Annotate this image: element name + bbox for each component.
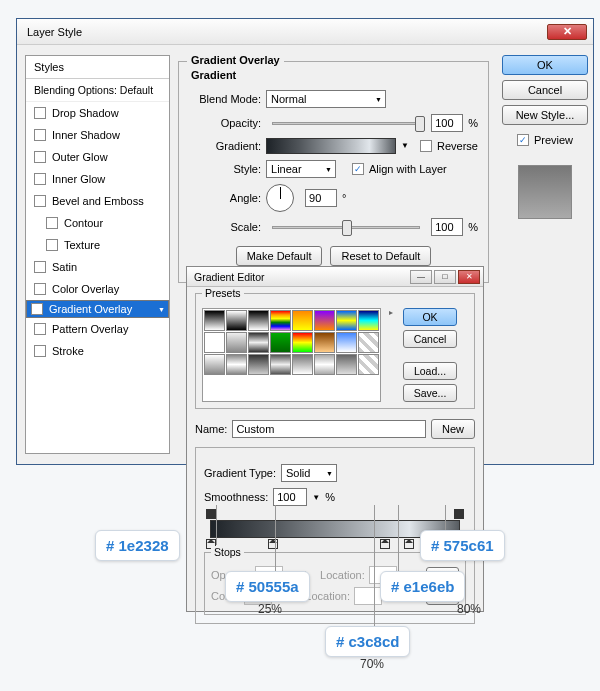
align-checkbox[interactable]: ✓	[352, 163, 364, 175]
new-style-button[interactable]: New Style...	[502, 105, 588, 125]
preset-swatch[interactable]	[248, 310, 269, 331]
angle-dial[interactable]	[266, 184, 294, 212]
checkbox-icon[interactable]: ✓	[31, 303, 43, 315]
preset-swatch[interactable]	[358, 310, 379, 331]
preset-swatch[interactable]	[292, 354, 313, 375]
gradient-preview[interactable]	[266, 138, 396, 154]
callout-color-1: # 1e2328	[95, 530, 180, 561]
callout-color-4: # e1e6eb	[380, 571, 465, 602]
styles-header[interactable]: Styles	[26, 56, 169, 79]
titlebar[interactable]: Gradient Editor — □ ✕	[187, 267, 483, 287]
preset-swatch[interactable]	[270, 332, 291, 353]
preset-swatch[interactable]	[336, 332, 357, 353]
smoothness-input[interactable]: 100	[273, 488, 307, 506]
ge-cancel-button[interactable]: Cancel	[403, 330, 457, 348]
presets-group: Presets ▸ OK Cancel Load... Save...	[195, 293, 475, 409]
preview-checkbox[interactable]: ✓	[517, 134, 529, 146]
preset-swatch[interactable]	[204, 310, 225, 331]
opacity-slider[interactable]	[272, 122, 420, 125]
style-outer-glow[interactable]: Outer Glow	[26, 146, 169, 168]
ok-button[interactable]: OK	[502, 55, 588, 75]
opacity-input[interactable]: 100	[431, 114, 463, 132]
angle-input[interactable]: 90	[305, 189, 337, 207]
preset-swatch[interactable]	[204, 354, 225, 375]
preset-swatch[interactable]	[336, 354, 357, 375]
preset-swatch[interactable]	[248, 354, 269, 375]
ge-ok-button[interactable]: OK	[403, 308, 457, 326]
presets-menu-icon[interactable]: ▸	[389, 308, 395, 402]
checkbox-icon[interactable]	[34, 107, 46, 119]
scale-input[interactable]: 100	[431, 218, 463, 236]
callout-line	[398, 505, 399, 577]
preset-swatch[interactable]	[226, 332, 247, 353]
maximize-icon[interactable]: □	[434, 270, 456, 284]
preset-swatch[interactable]	[314, 310, 335, 331]
checkbox-icon[interactable]	[34, 173, 46, 185]
close-icon[interactable]: ✕	[547, 24, 587, 40]
reverse-checkbox[interactable]	[420, 140, 432, 152]
style-inner-shadow[interactable]: Inner Shadow	[26, 124, 169, 146]
checkbox-icon[interactable]	[34, 261, 46, 273]
chevron-down-icon[interactable]: ▼	[312, 493, 320, 502]
style-stroke[interactable]: Stroke	[26, 340, 169, 362]
gradient-name-input[interactable]: Custom	[232, 420, 426, 438]
checkbox-icon[interactable]	[34, 323, 46, 335]
checkbox-icon[interactable]	[34, 195, 46, 207]
preset-swatch[interactable]	[270, 310, 291, 331]
ge-save-button[interactable]: Save...	[403, 384, 457, 402]
close-icon[interactable]: ✕	[458, 270, 480, 284]
titlebar[interactable]: Layer Style ✕	[17, 19, 593, 45]
preset-swatch[interactable]	[292, 332, 313, 353]
preview-swatch	[518, 165, 572, 219]
panel-title: Gradient Overlay	[187, 54, 284, 66]
make-default-button[interactable]: Make Default	[236, 246, 323, 266]
opacity-stop[interactable]	[454, 509, 464, 519]
callout-color-3: # c3c8cd	[325, 626, 410, 657]
cancel-button[interactable]: Cancel	[502, 80, 588, 100]
style-inner-glow[interactable]: Inner Glow	[26, 168, 169, 190]
preset-swatch[interactable]	[314, 354, 335, 375]
checkbox-icon[interactable]	[34, 283, 46, 295]
style-pattern-overlay[interactable]: Pattern Overlay	[26, 318, 169, 340]
preset-swatch[interactable]	[226, 310, 247, 331]
preset-swatch[interactable]	[204, 332, 225, 353]
panel-subtitle: Gradient	[191, 69, 236, 81]
preset-swatch[interactable]	[314, 332, 335, 353]
dialog-buttons: OK Cancel New Style... ✓Preview	[497, 45, 593, 464]
style-select[interactable]: Linear	[266, 160, 336, 178]
blending-options[interactable]: Blending Options: Default	[26, 79, 169, 102]
checkbox-icon[interactable]	[46, 217, 58, 229]
gradient-type-select[interactable]: Solid	[281, 464, 337, 482]
minimize-icon[interactable]: —	[410, 270, 432, 284]
checkbox-icon[interactable]	[34, 129, 46, 141]
style-satin[interactable]: Satin	[26, 256, 169, 278]
ge-load-button[interactable]: Load...	[403, 362, 457, 380]
callout-color-5: # 575c61	[420, 530, 505, 561]
style-bevel-emboss[interactable]: Bevel and Emboss	[26, 190, 169, 212]
style-contour[interactable]: Contour	[26, 212, 169, 234]
style-texture[interactable]: Texture	[26, 234, 169, 256]
styles-list: Styles Blending Options: Default Drop Sh…	[25, 55, 170, 454]
opacity-stop[interactable]	[206, 509, 216, 519]
style-drop-shadow[interactable]: Drop Shadow	[26, 102, 169, 124]
scale-slider[interactable]	[272, 226, 420, 229]
preset-swatch[interactable]	[358, 332, 379, 353]
reset-default-button[interactable]: Reset to Default	[330, 246, 431, 266]
preset-swatch[interactable]	[336, 310, 357, 331]
new-gradient-button[interactable]: New	[431, 419, 475, 439]
checkbox-icon[interactable]	[34, 345, 46, 357]
preset-swatch[interactable]	[248, 332, 269, 353]
callout-line	[216, 505, 217, 545]
color-stop[interactable]	[380, 539, 390, 549]
blend-mode-select[interactable]: Normal	[266, 90, 386, 108]
color-stop[interactable]	[404, 539, 414, 549]
color-stop[interactable]	[268, 539, 278, 549]
style-color-overlay[interactable]: Color Overlay	[26, 278, 169, 300]
preset-swatch[interactable]	[358, 354, 379, 375]
style-gradient-overlay[interactable]: ✓Gradient Overlay	[26, 300, 169, 318]
preset-swatch[interactable]	[270, 354, 291, 375]
checkbox-icon[interactable]	[46, 239, 58, 251]
preset-swatch[interactable]	[226, 354, 247, 375]
checkbox-icon[interactable]	[34, 151, 46, 163]
preset-swatch[interactable]	[292, 310, 313, 331]
